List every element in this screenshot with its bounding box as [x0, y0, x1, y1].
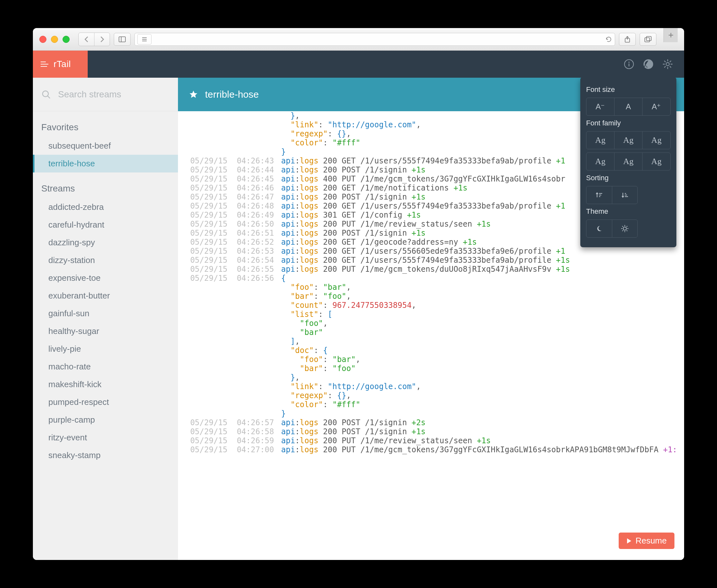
log-line: },	[178, 373, 684, 382]
log-line: "regexp": {},	[178, 391, 684, 400]
reload-icon[interactable]	[605, 36, 612, 43]
log-line: "bar"	[178, 328, 684, 337]
brand-name: rTail	[54, 59, 71, 69]
svg-point-17	[666, 63, 669, 66]
font-family-option-5[interactable]: Ag	[642, 153, 670, 170]
app-body: Favorites subsequent-beefterrible-hose S…	[33, 78, 684, 560]
sidebar-item-healthy-sugar[interactable]: healthy-sugar	[33, 322, 178, 340]
browser-window: rTail	[33, 28, 684, 560]
sidebar-item-dizzy-station[interactable]: dizzy-station	[33, 251, 178, 269]
sidebar-item-careful-hydrant[interactable]: careful-hydrant	[33, 216, 178, 234]
svg-point-34	[623, 227, 627, 230]
font-family-option-0[interactable]: Ag	[586, 131, 614, 149]
log-line: 05/29/15 04:26:54api:logs 200 GET /1/use…	[178, 256, 684, 265]
font-family-label: Font family	[586, 119, 671, 127]
log-line: }	[178, 409, 684, 418]
stream-title: terrible-hose	[205, 89, 259, 100]
sidebar-item-sneaky-stamp[interactable]: sneaky-stamp	[33, 446, 178, 464]
log-line: "color": "#fff"	[178, 400, 684, 409]
font-family-row-1: AgAgAg	[586, 131, 671, 149]
font-family-row-2: AgAgAg	[586, 152, 671, 170]
svg-line-27	[48, 96, 50, 98]
font-size-option-1[interactable]: A	[614, 98, 642, 115]
font-size-option-2[interactable]: A⁺	[642, 98, 670, 115]
svg-line-39	[622, 226, 623, 227]
theme-label: Theme	[586, 207, 671, 216]
font-size-option-0[interactable]: A⁻	[586, 98, 614, 115]
sidebar-item-exuberant-butter[interactable]: exuberant-butter	[33, 287, 178, 304]
resume-button[interactable]: Resume	[619, 532, 674, 549]
svg-point-14	[628, 62, 630, 63]
log-line: 05/29/15 04:26:58api:logs 200 POST /1/si…	[178, 427, 684, 436]
header-actions	[624, 59, 684, 70]
brand[interactable]: rTail	[33, 50, 88, 78]
info-icon[interactable]	[624, 59, 634, 70]
sorting-options	[586, 186, 638, 204]
font-family-option-1[interactable]: Ag	[614, 131, 642, 149]
github-icon[interactable]	[643, 59, 654, 70]
theme-dark-button[interactable]	[586, 220, 612, 237]
font-family-option-3[interactable]: Ag	[586, 153, 614, 170]
menu-icon	[40, 61, 49, 67]
font-family-option-2[interactable]: Ag	[642, 131, 670, 149]
sidebar-item-purple-camp[interactable]: purple-camp	[33, 411, 178, 429]
log-line: 05/29/15 04:26:57api:logs 200 POST /1/si…	[178, 418, 684, 427]
star-icon[interactable]	[189, 90, 198, 99]
font-size-label: Font size	[586, 85, 671, 94]
forward-button[interactable]	[94, 33, 110, 46]
log-line: "doc": {	[178, 346, 684, 355]
log-line: 05/29/15 04:26:56{	[178, 274, 684, 283]
sidebar-item-makeshift-kick[interactable]: makeshift-kick	[33, 376, 178, 393]
traffic-lights	[39, 36, 70, 43]
svg-line-24	[670, 61, 671, 62]
svg-line-40	[627, 231, 627, 231]
sidebar-toggle-icon[interactable]	[114, 33, 131, 46]
log-line: "link": "http://google.com",	[178, 382, 684, 391]
sidebar-item-addicted-zebra[interactable]: addicted-zebra	[33, 198, 178, 216]
svg-rect-0	[119, 37, 125, 42]
svg-line-25	[664, 66, 666, 67]
theme-light-button[interactable]	[612, 220, 638, 237]
app: rTail	[33, 50, 684, 560]
main: terrible-hose }, "link": "http://google.…	[178, 78, 684, 560]
address-bar[interactable]	[134, 33, 615, 46]
log-line: "foo",	[178, 319, 684, 328]
close-window-icon[interactable]	[39, 36, 46, 43]
app-header: rTail	[33, 50, 684, 78]
gear-icon[interactable]	[662, 59, 673, 70]
sidebar-item-subsequent-beef[interactable]: subsequent-beef	[33, 137, 178, 155]
sorting-label: Sorting	[586, 174, 671, 182]
nav-back-forward	[78, 33, 110, 46]
svg-rect-7	[647, 37, 651, 41]
sidebar-item-gainful-sun[interactable]: gainful-sun	[33, 304, 178, 322]
reader-icon[interactable]	[138, 34, 151, 44]
streams-list: addicted-zebracareful-hydrantdazzling-sp…	[33, 198, 178, 464]
back-button[interactable]	[79, 33, 94, 46]
sidebar-item-ritzy-event[interactable]: ritzy-event	[33, 429, 178, 446]
svg-line-41	[627, 226, 627, 227]
search-row	[33, 78, 178, 111]
search-input[interactable]	[58, 89, 170, 100]
log-line: "foo": "bar",	[178, 283, 684, 292]
tabs-icon[interactable]	[640, 33, 656, 46]
streams-title: Streams	[33, 172, 178, 198]
sidebar-item-terrible-hose[interactable]: terrible-hose	[33, 155, 178, 172]
font-family-option-4[interactable]: Ag	[614, 153, 642, 170]
sidebar-item-expensive-toe[interactable]: expensive-toe	[33, 269, 178, 287]
font-size-options: A⁻AA⁺	[586, 98, 671, 116]
play-icon	[627, 538, 632, 544]
sidebar-item-lively-pie[interactable]: lively-pie	[33, 340, 178, 358]
sidebar-item-dazzling-spy[interactable]: dazzling-spy	[33, 234, 178, 251]
sort-desc-button[interactable]	[612, 186, 638, 204]
log-line: 05/29/15 04:26:55api:logs 200 PUT /1/me/…	[178, 265, 684, 274]
sort-asc-button[interactable]	[586, 186, 612, 204]
maximize-window-icon[interactable]	[63, 36, 70, 43]
sidebar-item-macho-rate[interactable]: macho-rate	[33, 358, 178, 376]
minimize-window-icon[interactable]	[51, 36, 58, 43]
svg-line-23	[670, 66, 671, 67]
log-line: "bar": "foo",	[178, 292, 684, 301]
new-tab-button[interactable]	[663, 28, 678, 42]
share-icon[interactable]	[619, 33, 636, 46]
svg-rect-6	[645, 38, 650, 42]
sidebar-item-pumped-respect[interactable]: pumped-respect	[33, 393, 178, 411]
